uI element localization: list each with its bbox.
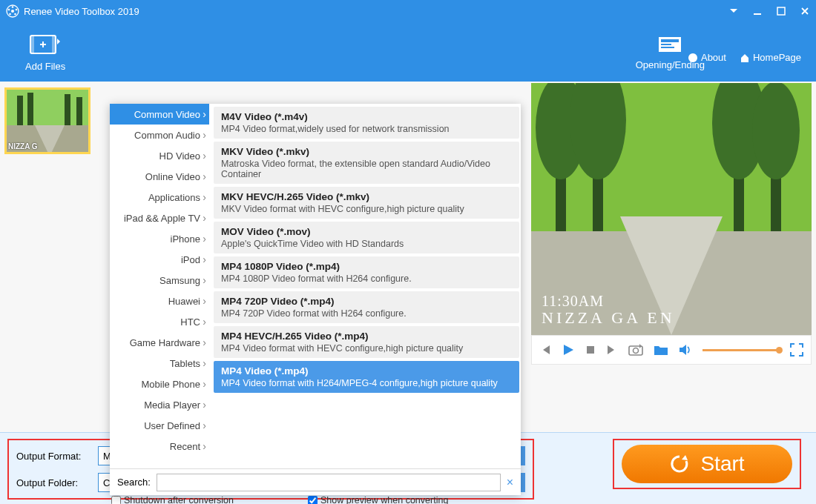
prev-icon[interactable] xyxy=(539,344,551,356)
file-thumbnail-column: NIZZA G xyxy=(0,82,104,432)
category-item[interactable]: Game Hardware xyxy=(110,332,209,353)
player-controls xyxy=(531,335,812,365)
svg-rect-7 xyxy=(754,13,761,15)
category-item[interactable]: iPhone xyxy=(110,228,209,249)
preview-panel: 11:30AM NIZZA GA EN xyxy=(531,83,812,365)
category-item[interactable]: Common Audio xyxy=(110,125,209,145)
preview-caption: NIZZA GA EN xyxy=(542,308,675,328)
format-desc: MP4 Video format with H264/MPEG-4 config… xyxy=(221,378,512,388)
video-thumbnail[interactable]: NIZZA G xyxy=(4,87,91,154)
maximize-icon[interactable] xyxy=(776,6,786,16)
stop-icon[interactable] xyxy=(585,345,596,355)
dropdown-icon[interactable] xyxy=(728,6,739,16)
format-item[interactable]: M4V Video (*.m4v)MP4 Video format,widely… xyxy=(214,107,519,139)
output-format-label: Output Format: xyxy=(16,451,98,462)
format-item[interactable]: MOV Video (*.mov)Apple's QuickTime Video… xyxy=(214,222,519,253)
category-item[interactable]: Common Video xyxy=(110,104,209,125)
minimize-icon[interactable] xyxy=(752,6,763,16)
category-item[interactable]: iPod xyxy=(110,249,209,270)
svg-point-27 xyxy=(752,83,800,179)
format-title: MKV Video (*.mkv) xyxy=(221,146,512,157)
svg-point-6 xyxy=(8,9,10,11)
format-item[interactable]: MKV Video (*.mkv)Matroska Video format, … xyxy=(214,142,519,184)
category-list: Common VideoCommon AudioHD VideoOnline V… xyxy=(110,104,209,468)
search-label: Search: xyxy=(117,477,151,488)
format-item[interactable]: MP4 HEVC/H.265 Video (*.mp4)MP4 Video fo… xyxy=(214,326,519,358)
svg-rect-15 xyxy=(661,47,674,48)
shutdown-checkbox[interactable]: Shutdown after conversion xyxy=(111,495,234,504)
category-item[interactable]: HD Video xyxy=(110,145,209,166)
format-search-row: Search: × xyxy=(110,468,521,495)
format-item[interactable]: MKV HEVC/H.265 Video (*.mkv)MKV Video fo… xyxy=(214,187,519,219)
format-title: MKV HEVC/H.265 Video (*.mkv) xyxy=(221,191,512,202)
fullscreen-icon[interactable] xyxy=(790,343,803,357)
svg-point-4 xyxy=(14,13,16,16)
format-item[interactable]: MP4 720P Video (*.mp4)MP4 720P Video for… xyxy=(214,291,519,323)
format-desc: MP4 720P Video format with H264 configur… xyxy=(221,308,512,319)
titlebar: Renee Video Toolbox 2019 xyxy=(0,0,816,22)
preview-timestamp: 11:30AM xyxy=(542,293,604,310)
format-title: MP4 HEVC/H.265 Video (*.mp4) xyxy=(221,331,512,342)
preview-checkbox[interactable]: Show preview when converting xyxy=(308,495,448,504)
app-logo-icon xyxy=(6,4,19,18)
homepage-link[interactable]: HomePage xyxy=(740,52,801,63)
start-button[interactable]: Start xyxy=(622,445,792,483)
svg-rect-11 xyxy=(52,36,56,53)
start-box: Start xyxy=(613,439,801,489)
thumbnail-caption: NIZZA G xyxy=(8,142,38,150)
content-area: NIZZA G Clear R 11:30AM NIZZA GA EN xyxy=(0,82,816,432)
svg-rect-8 xyxy=(777,7,785,15)
play-icon[interactable] xyxy=(562,343,575,357)
format-desc: Matroska Video format, the extensible op… xyxy=(221,159,512,179)
category-item[interactable]: Tablets xyxy=(110,353,209,374)
format-desc: MP4 Video format,widely used for network… xyxy=(221,124,512,134)
category-item[interactable]: Online Video xyxy=(110,166,209,187)
volume-icon[interactable] xyxy=(679,344,692,356)
category-item[interactable]: User Defined xyxy=(110,415,209,436)
category-item[interactable]: Huawei xyxy=(110,291,209,311)
about-link[interactable]: About xyxy=(688,52,726,63)
main-toolbar: Add Files Opening/Ending About HomePage xyxy=(0,22,816,82)
format-title: MP4 720P Video (*.mp4) xyxy=(221,296,512,307)
category-item[interactable]: Mobile Phone xyxy=(110,374,209,394)
svg-rect-28 xyxy=(587,346,594,354)
category-item[interactable]: HTC xyxy=(110,311,209,332)
format-search-input[interactable] xyxy=(157,474,501,491)
format-desc: MP4 1080P Video format with H264 configu… xyxy=(221,273,512,284)
app-title: Renee Video Toolbox 2019 xyxy=(24,6,139,17)
format-list[interactable]: M4V Video (*.m4v)MP4 Video format,widely… xyxy=(209,104,521,468)
svg-point-2 xyxy=(12,6,14,8)
svg-rect-13 xyxy=(661,39,679,42)
svg-point-3 xyxy=(16,9,18,11)
folder-icon[interactable] xyxy=(654,344,668,356)
format-item[interactable]: MP4 Video (*.mp4)MP4 Video format with H… xyxy=(214,361,519,393)
format-title: MP4 1080P Video (*.mp4) xyxy=(221,261,512,272)
format-desc: Apple's QuickTime Video with HD Standard… xyxy=(221,239,512,249)
output-folder-label: Output Folder: xyxy=(16,477,98,488)
next-icon[interactable] xyxy=(606,344,618,356)
format-title: MOV Video (*.mov) xyxy=(221,226,512,237)
category-item[interactable]: Media Player xyxy=(110,394,209,415)
category-item[interactable]: Recent xyxy=(110,436,209,457)
svg-point-1 xyxy=(11,10,14,13)
category-item[interactable]: iPad && Apple TV xyxy=(110,208,209,228)
svg-rect-14 xyxy=(661,44,671,45)
add-files-button[interactable]: Add Files xyxy=(25,33,65,72)
format-popup: Common VideoCommon AudioHD VideoOnline V… xyxy=(110,104,521,495)
close-icon[interactable] xyxy=(800,6,810,16)
camera-icon[interactable] xyxy=(628,343,643,357)
format-title: M4V Video (*.m4v) xyxy=(221,111,512,122)
format-title: MP4 Video (*.mp4) xyxy=(221,365,512,377)
svg-point-30 xyxy=(634,348,639,354)
format-item[interactable]: MP4 1080P Video (*.mp4)MP4 1080P Video f… xyxy=(214,256,519,288)
bottom-checkboxes: Shutdown after conversion Show preview w… xyxy=(111,495,448,504)
video-preview[interactable]: 11:30AM NIZZA GA EN xyxy=(531,83,812,335)
refresh-icon xyxy=(669,454,690,474)
svg-rect-10 xyxy=(30,36,34,53)
clear-search-icon[interactable]: × xyxy=(507,476,513,489)
format-desc: MP4 Video format with HEVC configure,hig… xyxy=(221,343,512,354)
format-desc: MKV Video format with HEVC configure,hig… xyxy=(221,204,512,214)
category-item[interactable]: Applications xyxy=(110,187,209,208)
volume-slider[interactable] xyxy=(703,349,780,351)
category-item[interactable]: Samsung xyxy=(110,270,209,291)
